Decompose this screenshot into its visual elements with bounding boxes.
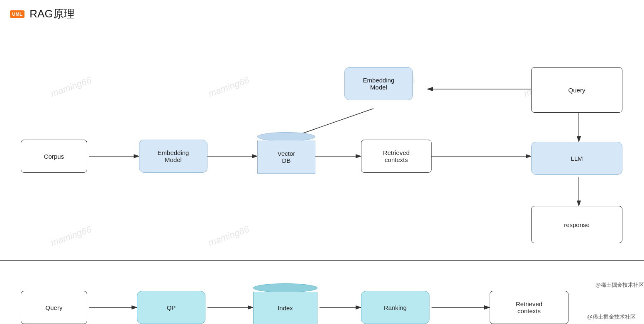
uml-badge: UML [10,10,24,18]
ranking-node: Ranking [361,291,429,324]
footer-text: @稀土掘金技术社区 [587,313,636,321]
embedding-model-node: EmbeddingModel [139,140,207,173]
diagram-area: maming66 maming66 maming66 maming66 mami… [0,28,644,285]
index-node: Index [253,283,317,324]
watermark-6: maming66 [207,224,251,249]
query2-node: Query [21,291,87,324]
page-title: RAG原理 [29,7,74,21]
llm-node: LLM [531,142,622,175]
corpus-node: Corpus [21,140,87,173]
watermark-2: maming66 [207,75,251,99]
watermark-1: maming66 [49,75,93,99]
retrieved-contexts2-node: Retrievedcontexts [490,291,568,324]
footer-credit: @稀土掘金技术社区 [595,281,644,289]
header: UML RAG原理 [0,0,644,28]
watermark-5: maming66 [49,224,93,249]
embedding-model2-node: EmbeddingModel [344,67,413,100]
qp-node: QP [137,291,205,324]
page: UML RAG原理 maming66 maming66 maming66 mam… [0,0,644,324]
retrieved-contexts-node: Retrievedcontexts [361,140,432,173]
query-node: Query [531,67,622,113]
vectordb-node: VectorDB [257,132,315,178]
section-divider [0,260,644,261]
response-node: response [531,206,622,243]
